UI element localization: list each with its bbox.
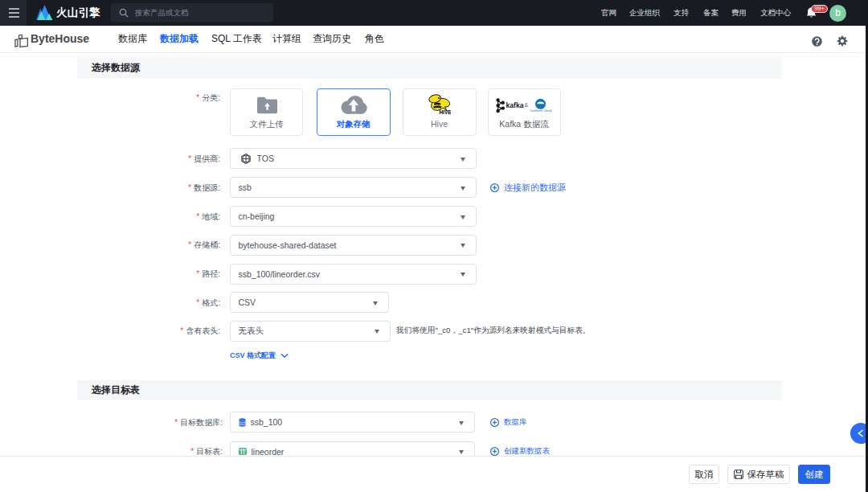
svg-text:Confluent Cloud: Confluent Cloud [529,109,551,113]
svg-text:HIVE: HIVE [439,109,451,115]
svg-text:kafka: kafka [506,101,523,109]
svg-text:&: & [524,102,528,108]
